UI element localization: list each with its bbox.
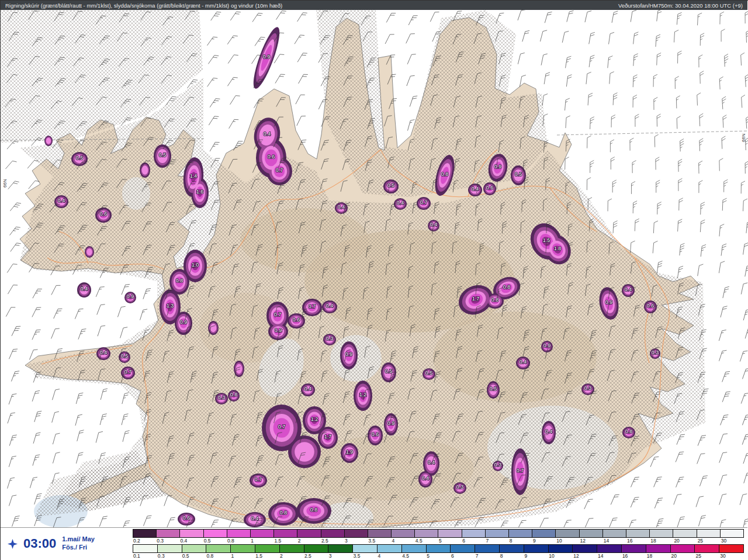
valid-time: 03:00 <box>23 536 56 551</box>
legend-cell <box>556 530 579 537</box>
precip-value-label: 0.6 <box>183 515 191 521</box>
legend-value: 9 <box>532 538 556 544</box>
legend-cell <box>328 545 353 552</box>
legend-cell <box>133 530 157 537</box>
legend-cell <box>509 530 532 537</box>
time-block: 03:00 1.maí/ May Fös./ Fri <box>1 528 133 559</box>
precip-value-label: 0.4 <box>58 198 65 203</box>
precip-value-label: 0.7 <box>274 312 282 317</box>
precip-value-label: 0.9 <box>345 351 353 357</box>
precip-value-label: 1.3 <box>167 303 174 309</box>
legend-cell <box>158 545 182 552</box>
legend-value: 10 <box>548 553 573 559</box>
legend-value: 7 <box>475 553 500 559</box>
precip-value-label: 0.3 <box>326 336 334 341</box>
legend-value: 2 <box>297 538 321 544</box>
legend-value: 25 <box>695 553 719 559</box>
precip-value-label: 0.5 <box>159 152 167 158</box>
precip-value-label: 1.2 <box>359 392 367 397</box>
legend-value: 0.8 <box>227 538 250 544</box>
legend-cell <box>626 530 650 537</box>
precip-value-label: 1.7 <box>324 434 332 440</box>
precip-value-label: 1.6 <box>196 189 204 195</box>
precip-value-label: 0.3 <box>584 385 592 391</box>
legend-cell <box>671 545 695 552</box>
legend-value: 8 <box>509 538 532 544</box>
valid-day: Fös./ Fri <box>62 544 95 552</box>
precip-value-label: 0.7 <box>255 476 262 482</box>
precip-value-label: 0.6 <box>372 431 379 437</box>
precip-value-label: 0.6 <box>486 185 494 191</box>
legend-cell <box>451 545 475 552</box>
legend-value: 25 <box>697 538 721 544</box>
legend-cell <box>697 530 721 537</box>
precip-value-label: 0.7 <box>309 303 316 309</box>
precip-value-label: 1.2 <box>311 416 318 422</box>
legend-value: 16 <box>622 553 646 559</box>
legend-cell <box>650 530 673 537</box>
precip-value-label: 0.6 <box>293 317 300 323</box>
legend-value: 0.2 <box>133 538 156 544</box>
legend-cell <box>475 545 500 552</box>
legend-value: 4.5 <box>401 553 426 559</box>
valid-date: 1.maí/ May <box>62 535 95 544</box>
precip-value-label: 1.9 <box>346 449 354 455</box>
precip-value-label: 0.4 <box>264 131 271 137</box>
legend-value: 0.3 <box>157 553 182 559</box>
precip-value-label: 0.7 <box>420 199 428 205</box>
legend-value: 20 <box>671 553 695 559</box>
legend-value: 1.5 <box>255 553 279 559</box>
legend-value: 30 <box>721 538 744 544</box>
legend-cell <box>500 545 524 552</box>
latitude-label-left: 66N <box>2 179 8 188</box>
precip-value-label: 0.4 <box>81 286 88 292</box>
legend-cell <box>321 530 345 537</box>
legend-value: 8 <box>500 553 524 559</box>
legend-cell <box>438 530 462 537</box>
precip-value-label: 0.5 <box>490 386 497 392</box>
legend-cell <box>368 530 392 537</box>
precip-value-label: 0.6 <box>647 303 654 309</box>
precip-value-label: 0.8 <box>230 392 238 397</box>
legend-cell <box>345 530 368 537</box>
precip-value-label: 0.3 <box>456 484 464 490</box>
precip-value-label: 0.9 <box>127 293 134 299</box>
precip-value-label: 0.8 <box>280 510 288 516</box>
legend-value: 14 <box>597 553 622 559</box>
precip-value-label: 0.4 <box>625 286 632 292</box>
legend-cell <box>206 545 231 552</box>
precip-value-label: 1.4 <box>190 173 198 179</box>
legend-cell <box>532 530 556 537</box>
legend-value: 10 <box>556 538 579 544</box>
legend-cell <box>182 545 207 552</box>
header-bar: Rigning/skúrir (grænt/blátt/rautt - mm/1… <box>1 1 747 10</box>
sleet-scale-values: 0.20.30.40.50.811.522.533.544.5567891012… <box>133 538 744 544</box>
precip-value-label: 0.8 <box>176 278 183 284</box>
legend-value: 14 <box>603 538 626 544</box>
header-title: Rigning/skúrir (grænt/blátt/rautt - mm/1… <box>5 2 282 9</box>
legend-value: 5 <box>426 553 451 559</box>
sleet-scale-strip <box>133 529 744 538</box>
legend-value: 9 <box>524 553 549 559</box>
precip-value-label: 0.4 <box>472 186 479 192</box>
precip-value-label: 0.4 <box>422 475 430 481</box>
precip-value-label: 0.4 <box>338 204 345 210</box>
legend-value: 7 <box>486 538 509 544</box>
legend-cell <box>719 545 743 552</box>
legend-cell <box>415 530 438 537</box>
legend-value: 2.5 <box>304 553 328 559</box>
precip-value-label: 0.8 <box>491 297 499 303</box>
legend-cell <box>695 545 719 552</box>
legend-value: 2.5 <box>321 538 344 544</box>
legend-value: 4 <box>377 553 401 559</box>
legend-value: 0.8 <box>206 553 231 559</box>
precip-value-label: 1.5 <box>543 237 550 243</box>
legend-cell <box>255 545 280 552</box>
legend-value: 2 <box>279 553 304 559</box>
precip-value-label: 0.5 <box>385 368 393 374</box>
precip-value-label: 0.9 <box>387 420 395 426</box>
legend-value: 0.5 <box>182 553 206 559</box>
legend-value: 16 <box>626 538 650 544</box>
legend-value: 18 <box>650 538 673 544</box>
legend-cell <box>402 545 427 552</box>
